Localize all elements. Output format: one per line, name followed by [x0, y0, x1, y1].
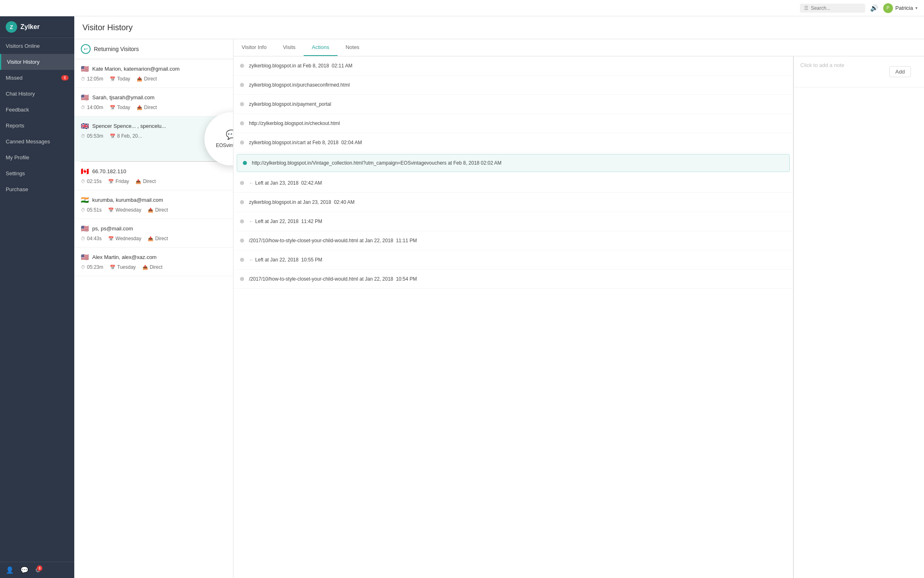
flag-icon: 🇺🇸	[81, 94, 89, 101]
visitor-name: Spencer Spence... , spencelu...	[92, 123, 166, 129]
tab-actions[interactable]: Actions	[304, 39, 338, 56]
visitor-panel-header: ↩ Returning Visitors	[74, 39, 233, 59]
visitor-duration: 04:43s	[87, 236, 102, 241]
sidebar-item-purchase[interactable]: Purchase	[0, 181, 74, 197]
action-text: http://zylkerblog.blogspot.in/checkout.h…	[249, 120, 340, 127]
main-content: ↩ Returning Visitors 🇺🇸 Kate Marion, kat…	[74, 39, 924, 578]
sidebar-label: Settings	[6, 170, 25, 176]
calendar-icon: 📅	[110, 265, 116, 270]
clock-icon: ⏱	[81, 208, 85, 212]
tab-visitor-info[interactable]: Visitor Info	[233, 39, 275, 56]
visitor-day: Wednesday	[116, 207, 141, 213]
action-dot	[240, 200, 244, 204]
visitor-day: 8 Feb, 20...	[117, 133, 142, 139]
sidebar-label: Feedback	[6, 107, 29, 113]
sidebar-label: Visitor History	[7, 59, 40, 65]
action-dot	[240, 83, 244, 87]
tooltip-chat-icon: 💬	[226, 129, 233, 140]
action-dot	[240, 102, 244, 106]
visitor-item[interactable]: 🇺🇸 Sarah, tjsarah@ymail.com ⏱ 14:00m 📅 T…	[74, 88, 233, 116]
visitor-item[interactable]: 🇺🇸 ps, ps@mail.com ⏱ 04:43s 📅 Wednesday	[74, 219, 233, 248]
action-text: http://zylkerblog.blogspot.in/Vintage_co…	[252, 159, 502, 167]
visitor-day: Tuesday	[117, 264, 136, 270]
right-panel: Visitor Info Visits Actions Notes zylker…	[233, 39, 924, 578]
sidebar-item-missed[interactable]: Missed 6	[0, 70, 74, 86]
visitor-day: Wednesday	[116, 236, 141, 241]
main: Visitor History ↩ Returning Visitors 🇺🇸 …	[74, 16, 924, 578]
action-text: /2017/10/how-to-style-closet-your-child-…	[249, 237, 417, 244]
user-menu[interactable]: P Patricia ▾	[883, 3, 917, 13]
source-icon: 📤	[137, 105, 142, 110]
topbar: ☰ 🔊 P Patricia ▾	[0, 0, 924, 16]
search-box[interactable]: ☰	[800, 4, 865, 13]
source-icon: 📤	[135, 179, 141, 184]
action-item: http://zylkerblog.blogspot.in/checkout.h…	[233, 114, 793, 133]
sidebar-item-my-profile[interactable]: My Profile	[0, 150, 74, 165]
tab-visits[interactable]: Visits	[275, 39, 304, 56]
calendar-icon: 📅	[108, 208, 114, 213]
chevron-down-icon: ▾	[915, 6, 917, 10]
clock-icon: ⏱	[81, 236, 85, 241]
visitor-item[interactable]: 🇺🇸 Alex Martin, alex@xaz.com ⏱ 05:23m 📅 …	[74, 248, 233, 276]
sidebar-item-chat-history[interactable]: Chat History	[0, 86, 74, 102]
action-text: ← Left at Jan 22, 2018 10:55 PM	[249, 256, 322, 263]
action-item: zylkerblog.blogspot.in at Jan 23, 2018 0…	[233, 193, 793, 212]
action-item: zylkerblog.blogspot.in at Feb 8, 2018 02…	[233, 56, 793, 76]
visitor-day: Today	[117, 76, 130, 82]
flag-icon: 🇺🇸	[81, 65, 89, 73]
sidebar-label: Missed	[6, 75, 22, 81]
sidebar-label: Visitors Online	[6, 43, 40, 49]
visitor-name: Kate Marion, katemarion@gmail.com	[92, 66, 180, 72]
flag-icon: 🇮🇳	[81, 196, 89, 204]
visitor-item[interactable]: 🇬🇧 Spencer Spence... , spencelu... ⏱ 05:…	[74, 116, 233, 161]
search-input[interactable]	[811, 5, 861, 11]
source-icon: 📤	[137, 76, 142, 82]
sidebar-nav: Visitors Online Visitor History Missed 6…	[0, 38, 74, 562]
flag-icon: 🇺🇸	[81, 253, 89, 261]
sidebar-label: Chat History	[6, 91, 35, 97]
clock-icon: ⏱	[81, 76, 85, 81]
calendar-icon: 📅	[110, 76, 116, 82]
action-text: zylkerblog.blogspot.in/purchaseconfirmed…	[249, 81, 350, 89]
action-text: ← Left at Jan 23, 2018 02:42 AM	[249, 179, 322, 187]
visitor-duration: 05:23m	[87, 264, 103, 270]
visitor-day: Friday	[116, 179, 129, 184]
sidebar: Z Zylker Visitors Online Visitor History…	[0, 16, 74, 578]
visitor-item[interactable]: 🇨🇦 66.70.182.110 ⏱ 02:15s 📅 Friday	[74, 162, 233, 190]
flag-icon: 🇨🇦	[81, 167, 89, 175]
visitor-source: Direct	[144, 105, 157, 110]
sidebar-item-visitors-online[interactable]: Visitors Online	[0, 38, 74, 54]
logo-icon: Z	[6, 21, 17, 33]
action-text: zylkerblog.blogspot.in/payment_portal	[249, 100, 331, 108]
sidebar-item-canned-messages[interactable]: Canned Messages	[0, 134, 74, 150]
visitor-item[interactable]: 🇮🇳 kurumba, kurumba@mail.com ⏱ 05:51s 📅 …	[74, 190, 233, 219]
notes-panel: Click to add a note Add	[793, 56, 924, 578]
sidebar-agents-icon[interactable]: 👤	[6, 567, 14, 574]
sidebar-item-visitor-history[interactable]: Visitor History	[0, 54, 74, 70]
visitor-name: Alex Martin, alex@xaz.com	[92, 254, 157, 260]
sidebar-chat-icon[interactable]: 💬	[20, 566, 29, 574]
visitor-source: Direct	[143, 179, 155, 184]
action-item: zylkerblog.blogspot.in/payment_portal	[233, 95, 793, 114]
tab-notes[interactable]: Notes	[338, 39, 368, 56]
visitor-source: Direct	[155, 207, 168, 213]
sidebar-item-settings[interactable]: Settings	[0, 165, 74, 181]
calendar-icon: 📅	[108, 179, 114, 184]
sound-icon[interactable]: 🔊	[870, 4, 878, 12]
username-label: Patricia	[895, 5, 913, 11]
add-note-button[interactable]: Add	[889, 66, 911, 77]
action-text: zylkerblog.blogspot.in at Feb 8, 2018 02…	[249, 62, 353, 69]
sidebar-label: Canned Messages	[6, 138, 50, 145]
visitor-item[interactable]: 🇺🇸 Kate Marion, katemarion@gmail.com ⏱ 1…	[74, 59, 233, 88]
flag-icon: 🇬🇧	[81, 122, 89, 130]
sidebar-bottom: 👤 💬 ⚙ 3	[0, 562, 74, 578]
sidebar-item-reports[interactable]: Reports	[0, 118, 74, 134]
notification-badge: 3	[37, 565, 42, 571]
visitor-duration: 14:00m	[87, 105, 103, 110]
notes-placeholder[interactable]: Click to add a note	[800, 62, 844, 68]
visitor-name: kurumba, kurumba@mail.com	[92, 197, 163, 203]
action-dot	[240, 258, 244, 262]
action-dot	[240, 219, 244, 223]
sidebar-item-feedback[interactable]: Feedback	[0, 102, 74, 118]
clock-icon: ⏱	[81, 179, 85, 184]
